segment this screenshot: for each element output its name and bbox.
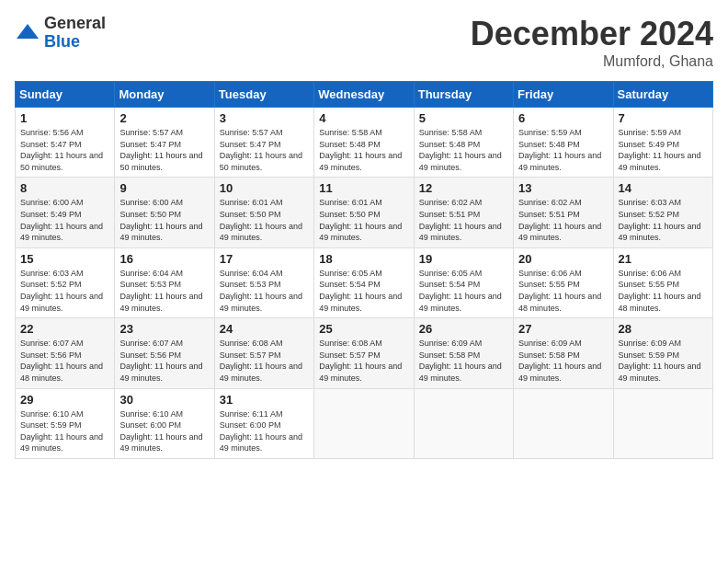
calendar-cell: 24 Sunrise: 6:08 AMSunset: 5:57 PMDaylig…: [214, 318, 313, 388]
weekday-header: Thursday: [414, 82, 513, 108]
calendar-table: SundayMondayTuesdayWednesdayThursdayFrid…: [15, 81, 713, 459]
calendar-cell: 10 Sunrise: 6:01 AMSunset: 5:50 PMDaylig…: [214, 178, 313, 247]
calendar-cell: [613, 388, 712, 458]
day-number: 31: [220, 393, 309, 407]
calendar-cell: 5 Sunrise: 5:58 AMSunset: 5:48 PMDayligh…: [414, 108, 513, 178]
cell-text: Sunrise: 5:57 AMSunset: 5:47 PMDaylight:…: [220, 127, 309, 173]
weekday-header: Tuesday: [214, 82, 313, 108]
cell-text: Sunrise: 5:58 AMSunset: 5:48 PMDaylight:…: [419, 127, 508, 173]
day-number: 2: [119, 111, 209, 125]
logo-text: General Blue: [44, 15, 106, 52]
calendar-week-row: 29 Sunrise: 6:10 AMSunset: 5:59 PMDaylig…: [16, 388, 713, 458]
calendar-cell: 28 Sunrise: 6:09 AMSunset: 5:59 PMDaylig…: [613, 318, 712, 388]
day-number: 22: [20, 322, 109, 336]
calendar-week-row: 22 Sunrise: 6:07 AMSunset: 5:56 PMDaylig…: [16, 318, 713, 388]
location-title: Mumford, Ghana: [471, 53, 713, 70]
day-number: 15: [20, 252, 109, 266]
calendar-cell: 7 Sunrise: 5:59 AMSunset: 5:49 PMDayligh…: [613, 108, 712, 178]
cell-text: Sunrise: 6:02 AMSunset: 5:51 PMDaylight:…: [518, 197, 608, 243]
calendar-cell: 12 Sunrise: 6:02 AMSunset: 5:51 PMDaylig…: [414, 178, 513, 247]
day-number: 30: [119, 393, 209, 407]
calendar-cell: 25 Sunrise: 6:08 AMSunset: 5:57 PMDaylig…: [314, 318, 414, 388]
calendar-cell: [514, 388, 613, 458]
calendar-week-row: 8 Sunrise: 6:00 AMSunset: 5:49 PMDayligh…: [16, 178, 713, 247]
calendar-cell: 3 Sunrise: 5:57 AMSunset: 5:47 PMDayligh…: [214, 108, 313, 178]
calendar-cell: 14 Sunrise: 6:03 AMSunset: 5:52 PMDaylig…: [613, 178, 712, 247]
cell-text: Sunrise: 6:00 AMSunset: 5:50 PMDaylight:…: [119, 197, 209, 243]
day-number: 6: [518, 111, 608, 125]
day-number: 20: [518, 252, 608, 266]
cell-text: Sunrise: 6:01 AMSunset: 5:50 PMDaylight:…: [220, 197, 309, 243]
cell-text: Sunrise: 6:06 AMSunset: 5:55 PMDaylight:…: [518, 268, 608, 314]
calendar-cell: 20 Sunrise: 6:06 AMSunset: 5:55 PMDaylig…: [514, 247, 613, 317]
cell-text: Sunrise: 6:08 AMSunset: 5:57 PMDaylight:…: [319, 338, 408, 384]
calendar-cell: 17 Sunrise: 6:04 AMSunset: 5:53 PMDaylig…: [214, 247, 313, 317]
calendar-cell: 2 Sunrise: 5:57 AMSunset: 5:47 PMDayligh…: [115, 108, 214, 178]
cell-text: Sunrise: 5:59 AMSunset: 5:48 PMDaylight:…: [518, 127, 608, 173]
cell-text: Sunrise: 6:03 AMSunset: 5:52 PMDaylight:…: [619, 197, 708, 243]
cell-text: Sunrise: 5:59 AMSunset: 5:49 PMDaylight:…: [619, 127, 708, 173]
cell-text: Sunrise: 6:03 AMSunset: 5:52 PMDaylight:…: [20, 268, 109, 314]
calendar-cell: 21 Sunrise: 6:06 AMSunset: 5:55 PMDaylig…: [613, 247, 712, 317]
month-title: December 2024: [471, 15, 713, 53]
calendar-week-row: 1 Sunrise: 5:56 AMSunset: 5:47 PMDayligh…: [16, 108, 713, 178]
title-section: December 2024 Mumford, Ghana: [471, 15, 713, 70]
cell-text: Sunrise: 6:07 AMSunset: 5:56 PMDaylight:…: [119, 338, 209, 384]
day-number: 25: [319, 322, 408, 336]
calendar-cell: 11 Sunrise: 6:01 AMSunset: 5:50 PMDaylig…: [314, 178, 414, 247]
calendar-cell: 8 Sunrise: 6:00 AMSunset: 5:49 PMDayligh…: [16, 178, 115, 247]
cell-text: Sunrise: 5:58 AMSunset: 5:48 PMDaylight:…: [319, 127, 408, 173]
cell-text: Sunrise: 6:09 AMSunset: 5:58 PMDaylight:…: [518, 338, 608, 384]
calendar-cell: 19 Sunrise: 6:05 AMSunset: 5:54 PMDaylig…: [414, 247, 513, 317]
calendar-cell: 31 Sunrise: 6:11 AMSunset: 6:00 PMDaylig…: [214, 388, 313, 458]
header: General Blue December 2024 Mumford, Ghan…: [15, 15, 713, 70]
day-number: 24: [220, 322, 309, 336]
day-number: 10: [220, 181, 309, 195]
calendar-cell: 16 Sunrise: 6:04 AMSunset: 5:53 PMDaylig…: [115, 247, 214, 317]
day-number: 19: [419, 252, 508, 266]
day-number: 18: [319, 252, 408, 266]
cell-text: Sunrise: 6:10 AMSunset: 6:00 PMDaylight:…: [119, 408, 209, 454]
weekday-header: Sunday: [16, 82, 115, 108]
cell-text: Sunrise: 6:08 AMSunset: 5:57 PMDaylight:…: [220, 338, 309, 384]
weekday-header: Saturday: [613, 82, 712, 108]
logo: General Blue: [15, 15, 106, 52]
calendar-cell: 26 Sunrise: 6:09 AMSunset: 5:58 PMDaylig…: [414, 318, 513, 388]
day-number: 28: [619, 322, 708, 336]
cell-text: Sunrise: 6:05 AMSunset: 5:54 PMDaylight:…: [319, 268, 408, 314]
day-number: 1: [20, 111, 109, 125]
cell-text: Sunrise: 6:04 AMSunset: 5:53 PMDaylight:…: [119, 268, 209, 314]
calendar-cell: 4 Sunrise: 5:58 AMSunset: 5:48 PMDayligh…: [314, 108, 414, 178]
calendar-cell: 13 Sunrise: 6:02 AMSunset: 5:51 PMDaylig…: [514, 178, 613, 247]
day-number: 26: [419, 322, 508, 336]
day-number: 21: [619, 252, 708, 266]
cell-text: Sunrise: 6:07 AMSunset: 5:56 PMDaylight:…: [20, 338, 109, 384]
cell-text: Sunrise: 6:11 AMSunset: 6:00 PMDaylight:…: [220, 408, 309, 454]
calendar-cell: 15 Sunrise: 6:03 AMSunset: 5:52 PMDaylig…: [16, 247, 115, 317]
day-number: 3: [220, 111, 309, 125]
logo-general: General: [44, 15, 106, 33]
calendar-cell: 6 Sunrise: 5:59 AMSunset: 5:48 PMDayligh…: [514, 108, 613, 178]
weekday-header: Wednesday: [314, 82, 414, 108]
day-number: 13: [518, 181, 608, 195]
cell-text: Sunrise: 6:06 AMSunset: 5:55 PMDaylight:…: [619, 268, 708, 314]
calendar-cell: 9 Sunrise: 6:00 AMSunset: 5:50 PMDayligh…: [115, 178, 214, 247]
cell-text: Sunrise: 6:10 AMSunset: 5:59 PMDaylight:…: [20, 408, 109, 454]
calendar-cell: [414, 388, 513, 458]
day-number: 23: [119, 322, 209, 336]
cell-text: Sunrise: 6:04 AMSunset: 5:53 PMDaylight:…: [220, 268, 309, 314]
calendar-cell: [314, 388, 414, 458]
weekday-header: Friday: [514, 82, 613, 108]
svg-marker-0: [17, 24, 39, 39]
calendar-cell: 29 Sunrise: 6:10 AMSunset: 5:59 PMDaylig…: [16, 388, 115, 458]
calendar-cell: 1 Sunrise: 5:56 AMSunset: 5:47 PMDayligh…: [16, 108, 115, 178]
day-number: 11: [319, 181, 408, 195]
day-number: 5: [419, 111, 508, 125]
calendar-cell: 22 Sunrise: 6:07 AMSunset: 5:56 PMDaylig…: [16, 318, 115, 388]
cell-text: Sunrise: 6:09 AMSunset: 5:59 PMDaylight:…: [619, 338, 708, 384]
day-number: 29: [20, 393, 109, 407]
calendar-week-row: 15 Sunrise: 6:03 AMSunset: 5:52 PMDaylig…: [16, 247, 713, 317]
cell-text: Sunrise: 5:56 AMSunset: 5:47 PMDaylight:…: [20, 127, 109, 173]
day-number: 14: [619, 181, 708, 195]
calendar-cell: 23 Sunrise: 6:07 AMSunset: 5:56 PMDaylig…: [115, 318, 214, 388]
